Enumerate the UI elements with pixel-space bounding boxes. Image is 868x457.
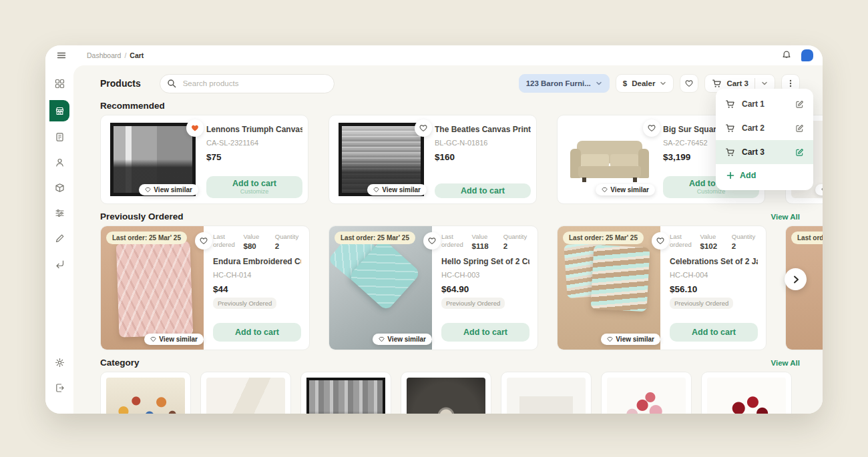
view-similar-button[interactable]: View similar <box>596 184 655 195</box>
section-title: Recommended <box>100 101 165 111</box>
favorite-button[interactable] <box>652 232 669 250</box>
breadcrumb-dashboard[interactable]: Dashboard <box>87 51 121 59</box>
logout-icon[interactable] <box>51 379 68 396</box>
category-card[interactable] <box>200 372 291 414</box>
favorite-button[interactable] <box>423 232 441 250</box>
last-ordered-label: Last ordered <box>670 233 695 249</box>
organization-dropdown[interactable]: 123 Baron Furni... <box>519 74 610 93</box>
order-stats: Last ordered Value$80 Quantity2 <box>213 233 301 250</box>
cart-icon <box>725 99 735 109</box>
last-ordered-label: Last ordered <box>441 233 467 249</box>
view-all-link[interactable]: View All <box>771 213 800 221</box>
edit-icon[interactable] <box>795 124 804 133</box>
category-card[interactable] <box>701 372 792 414</box>
add-cart-button[interactable]: Add <box>716 164 813 187</box>
products-toolbar: Products 123 Baron Furni... $ Dealer <box>100 73 823 93</box>
product-image: Last order: 25 Mar' 25 View similar <box>329 226 432 350</box>
add-to-cart-label: Add to cart <box>463 328 507 337</box>
plus-icon <box>726 171 734 179</box>
cart-icon <box>725 123 735 133</box>
favorites-button[interactable] <box>680 74 698 93</box>
packages-icon[interactable] <box>51 179 68 196</box>
add-to-cart-button[interactable]: Add to cart <box>213 323 301 342</box>
heart-icon <box>656 236 665 246</box>
view-all-link[interactable]: View All <box>771 359 800 367</box>
product-title: Hello Spring Set of 2 Cushi... <box>441 257 529 266</box>
favorite-button[interactable] <box>186 119 204 137</box>
add-to-cart-button[interactable]: Add to cart <box>441 323 529 342</box>
favorite-button[interactable] <box>643 119 660 137</box>
menu-icon[interactable] <box>56 50 67 61</box>
view-similar-button[interactable]: View similar <box>144 334 204 345</box>
view-similar-button[interactable]: View similar <box>367 184 427 195</box>
category-card[interactable] <box>100 372 191 414</box>
dashboard-icon[interactable] <box>51 75 68 92</box>
white-sofa-image <box>507 378 586 414</box>
floral-cushions-image <box>106 378 185 414</box>
previously-ordered-row: Last order: 25 Mar' 25 View similar <box>100 225 823 350</box>
last-order-badge: Last order: 25 Mar' 25 <box>335 232 415 244</box>
search-input[interactable] <box>160 74 335 93</box>
favorite-button[interactable] <box>415 119 432 137</box>
product-sku: HC-CH-003 <box>441 271 529 279</box>
chat-bubble-icon[interactable] <box>801 49 813 61</box>
view-similar-button[interactable]: View similar <box>373 334 432 345</box>
value: $118 <box>472 242 498 250</box>
product-image: Last order: 25 Mar' 25 View similar <box>558 226 660 350</box>
view-similar-button[interactable]: View similar <box>601 334 660 345</box>
next-carousel-button[interactable] <box>785 268 807 290</box>
add-cart-label: Add <box>740 171 756 180</box>
last-order-badge: Last order: 25 Mar' 25 <box>106 232 187 244</box>
cart-icon <box>712 79 722 89</box>
cart-menu-label: Cart 3 <box>742 147 789 157</box>
category-card[interactable] <box>501 372 592 414</box>
pen-icon[interactable] <box>51 230 68 247</box>
settings-gear-icon[interactable] <box>51 354 68 371</box>
gem-icon <box>379 336 385 342</box>
view-similar-button[interactable]: View similar <box>139 184 198 195</box>
cart-menu-item-2[interactable]: Cart 2 <box>716 116 813 140</box>
last-order-badge: Last order: 25 Mar' 25 <box>791 232 823 244</box>
add-to-cart-label: Add to cart <box>232 179 276 188</box>
heart-filled-icon <box>190 123 200 133</box>
previously-ordered-header: Previously Ordered View All <box>100 211 823 221</box>
gem-icon <box>821 187 823 193</box>
add-to-cart-button[interactable]: Add to cart <box>670 323 758 342</box>
notification-bell-icon[interactable] <box>781 50 792 61</box>
breadcrumb-cart: Cart <box>130 51 144 59</box>
filters-sliders-icon[interactable] <box>51 204 68 221</box>
kebab-menu-icon <box>786 79 795 88</box>
main-content: Products 123 Baron Furni... $ Dealer <box>73 65 823 414</box>
edit-icon[interactable] <box>795 100 804 109</box>
view-similar-label: View similar <box>154 186 192 193</box>
view-similar-button[interactable]: View similar <box>815 184 823 195</box>
section-title: Category <box>100 358 140 368</box>
view-similar-label: View similar <box>387 336 426 343</box>
chevron-right-icon <box>792 276 800 284</box>
add-to-cart-button[interactable]: Add to cart Customize <box>206 176 302 198</box>
customers-icon[interactable] <box>51 153 68 171</box>
add-to-cart-button[interactable]: Add to cart <box>435 183 531 198</box>
ordered-product-card: Last order: 25 Mar' 25 View similar <box>100 225 310 350</box>
divider <box>754 78 755 89</box>
dealer-dropdown[interactable]: $ Dealer <box>616 74 674 93</box>
view-similar-label: View similar <box>382 186 421 193</box>
cart-menu-item-1[interactable]: Cart 1 <box>716 92 813 116</box>
favorite-button[interactable] <box>195 232 212 250</box>
search-wrap <box>160 74 335 93</box>
invoice-icon[interactable] <box>51 128 68 145</box>
category-header: Category View All <box>100 358 823 368</box>
products-shop-icon[interactable] <box>49 100 69 121</box>
product-price: $44 <box>213 284 301 294</box>
returns-icon[interactable] <box>51 255 68 272</box>
category-card[interactable] <box>601 372 692 414</box>
heart-icon <box>419 123 428 133</box>
category-card[interactable] <box>401 372 491 414</box>
edit-icon[interactable] <box>795 148 804 157</box>
product-title: Celebrations Set of 2 Jacq... <box>670 257 758 266</box>
white-marble-image <box>206 378 285 414</box>
category-card[interactable] <box>300 372 391 414</box>
cart-menu-item-3-active[interactable]: Cart 3 <box>716 140 813 164</box>
dollar-icon: $ <box>623 79 627 87</box>
product-card: View similar Lennons Triumph Canvas Prin… <box>100 115 308 204</box>
